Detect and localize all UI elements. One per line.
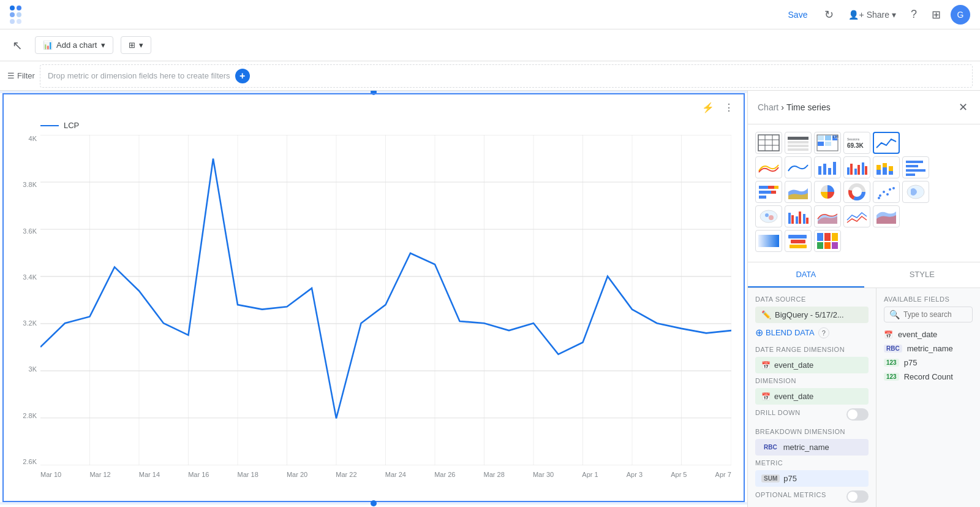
chart-type-grouped-bar-vertical[interactable] [785,205,812,227]
chart-type-scatter[interactable] [873,181,900,203]
chart-type-scorecard[interactable]: Sessions69.3K [843,132,870,154]
logo-dot-1 [10,6,15,10]
chart-type-horizontal-bar[interactable] [902,156,929,178]
refresh-button[interactable]: ↻ [820,3,839,26]
save-button[interactable]: Save [781,6,815,23]
filter-add-button[interactable]: + [235,69,250,83]
blend-info-button[interactable]: ? [818,327,829,338]
field-p75[interactable]: 123 p75 [884,356,973,370]
logo-dot-3 [10,12,15,17]
chart-type-stacked-horiz[interactable] [755,181,782,203]
svg-rect-49 [862,162,864,175]
x-label-mar10: Mar 10 [40,471,61,478]
chart-type-timeline-bar[interactable] [785,230,812,252]
tab-style[interactable]: STYLE [864,262,981,288]
chart-type-color-block[interactable] [814,230,841,252]
breakdown-label: Breakdown Dimension [755,428,869,435]
legend-line [40,125,59,126]
chart-type-multi-line[interactable] [843,205,870,227]
chart-type-multi-area[interactable] [873,205,900,227]
chart-type-stacked-area[interactable] [785,181,812,203]
chart-type-stacked-bar[interactable] [873,156,900,178]
svg-rect-41 [818,166,821,175]
data-source-label: Data source [755,295,869,303]
date-range-chip[interactable]: 📅 event_date [755,357,869,373]
chart-line [40,159,731,419]
calendar-icon: 📅 [761,361,771,370]
logo-dot-2 [17,6,21,10]
chart-type-line-wavy[interactable] [755,156,782,178]
add-chart-icon: 📊 [43,40,53,50]
chart-type-gradient[interactable] [755,230,782,252]
chart-legend: LCP [40,121,731,130]
share-button[interactable]: 👤+ Share ▾ [843,6,901,23]
add-component-button[interactable]: ⊞ ▾ [121,36,151,54]
dimension-chip[interactable]: 📅 event_date [755,388,869,405]
select-tool-button[interactable]: ↖ [7,33,28,58]
tab-data[interactable]: DATA [748,262,864,288]
person-add-icon: 👤+ [848,10,864,20]
x-label-apr3: Apr 3 [627,471,643,478]
panel-close-button[interactable]: ✕ [956,98,970,116]
chart-type-pie[interactable] [814,181,841,203]
resize-handle-bottom[interactable] [0,502,747,505]
field-metric-name[interactable]: RBC metric_name [884,341,973,356]
logo-dot-4 [17,12,21,17]
chart-type-smooth-line[interactable] [785,156,812,178]
blend-data-button[interactable]: ⊕ BLEND DATA [755,327,815,338]
filter-drop-zone[interactable]: Drop metric or dimension fields here to … [40,64,973,88]
svg-rect-81 [788,213,791,224]
chart-type-multi-bar[interactable] [843,156,870,178]
metric-chip[interactable]: SUM p75 [755,470,869,487]
x-label-mar18: Mar 18 [238,471,258,478]
svg-rect-48 [858,165,860,175]
y-label-28k: 2.8K [16,412,40,419]
svg-point-71 [879,194,881,197]
chart-type-time-series[interactable] [873,132,900,154]
svg-rect-90 [790,245,807,248]
search-input[interactable] [903,310,967,319]
chart-type-heatmap-table[interactable]: Total1,168 [814,132,841,154]
apps-button[interactable]: ⊞ [927,3,946,26]
svg-rect-85 [803,214,805,224]
svg-rect-95 [824,242,831,249]
chart-type-map[interactable] [902,181,929,203]
svg-rect-59 [906,169,925,172]
x-label-apr5: Apr 5 [671,471,687,478]
field-record-count[interactable]: 123 Record Count [884,370,973,384]
help-button[interactable]: ? [906,3,922,26]
chart-type-geo-map[interactable] [755,205,782,227]
svg-point-73 [886,193,889,196]
lightning-button[interactable]: ⚡ [699,99,717,116]
chart-type-bar[interactable] [814,156,841,178]
logo-dots [10,6,23,24]
y-label-38k: 3.8K [16,181,40,188]
drill-down-toggle[interactable] [846,408,869,421]
optional-metrics-toggle[interactable] [846,490,869,503]
y-label-26k: 2.6K [16,458,40,465]
add-chart-button[interactable]: 📊 Add a chart ▾ [35,36,113,54]
breakdown-chip[interactable]: RBC metric_name [755,439,869,456]
x-label-apr7: Apr 7 [715,471,731,478]
chart-type-donut[interactable] [843,181,870,203]
chart-type-table[interactable] [755,132,782,154]
data-source-chip[interactable]: ✏️ BigQuery - 5/17/2... [755,307,869,323]
svg-rect-83 [796,216,798,224]
svg-rect-33 [825,135,831,140]
chart-header: ⚡ ⋮ [4,94,744,121]
more-options-button[interactable]: ⋮ [722,99,736,116]
y-label-36k: 3.6K [16,227,40,235]
svg-rect-53 [883,167,887,175]
x-axis: Mar 10 Mar 12 Mar 14 Mar 16 Mar 18 Mar 2… [40,467,731,482]
chart-type-row-5 [755,230,973,252]
drill-down-row: Drill down [755,408,869,421]
y-label-3k: 3K [16,365,40,373]
date-range-label: Date Range Dimension [755,346,869,353]
chart-type-table-2[interactable] [785,132,812,154]
y-label-32k: 3.2K [16,319,40,327]
avatar[interactable]: G [951,5,970,25]
chart-type-area[interactable] [814,205,841,227]
sum-badge: SUM [761,475,780,482]
svg-rect-87 [758,235,779,247]
field-event-date[interactable]: 📅 event_date [884,327,973,341]
